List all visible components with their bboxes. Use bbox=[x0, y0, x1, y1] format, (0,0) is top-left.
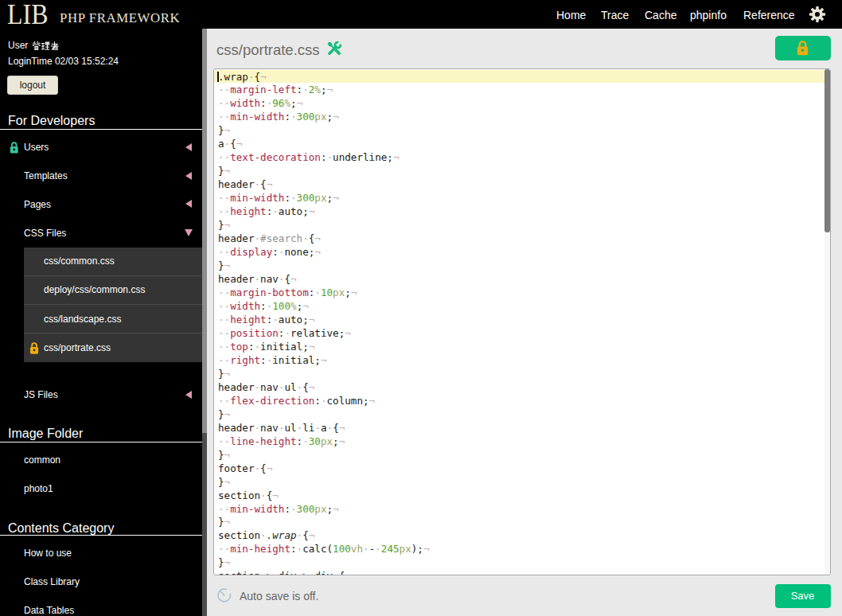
code-token: a bbox=[218, 138, 224, 150]
code-editor[interactable]: .wrap·{¬··margin-left:·2%;¬··width:·96%;… bbox=[213, 68, 831, 575]
code-token: ·· bbox=[218, 111, 230, 123]
code-line-9[interactable]: header·{¬ bbox=[214, 177, 824, 191]
code-line-6[interactable]: a·{¬ bbox=[214, 137, 824, 150]
sidebar-item-css-files[interactable]: CSS Files bbox=[0, 219, 203, 248]
sidebar-item-photo1[interactable]: photo1 bbox=[0, 474, 203, 503]
code-token: relative; bbox=[290, 327, 345, 339]
top-nav-cache[interactable]: Cache bbox=[645, 8, 676, 22]
code-line-23[interactable]: }¬ bbox=[214, 367, 824, 380]
code-line-34[interactable]: }¬ bbox=[214, 515, 824, 528]
submenu-item-css-landscape-css[interactable]: css/landscape.css bbox=[24, 305, 203, 333]
code-line-38[interactable]: section·>·div·>·div·{¬ bbox=[214, 569, 824, 575]
code-line-5[interactable]: }¬ bbox=[214, 123, 824, 137]
editor-scrollbar-thumb[interactable] bbox=[824, 69, 830, 232]
code-token: 100 bbox=[272, 300, 290, 312]
code-token: ; bbox=[327, 192, 333, 204]
submenu-item-css-portrate-css[interactable]: css/portrate.css bbox=[24, 333, 203, 362]
code-token: ¬ bbox=[224, 516, 231, 528]
code-token: · bbox=[290, 111, 297, 123]
code-line-28[interactable]: ··line-height:·30px;¬ bbox=[214, 435, 824, 448]
screwdriver-wrench-icon[interactable] bbox=[326, 41, 343, 57]
code-line-22[interactable]: ··right:·initial;¬ bbox=[214, 353, 824, 367]
code-token: ¬ bbox=[302, 300, 309, 312]
code-token: · bbox=[302, 435, 309, 447]
sidebar-item-js-files[interactable]: JS Files bbox=[0, 380, 203, 409]
top-nav-phpinfo[interactable]: phpinfo bbox=[690, 8, 727, 22]
sidebar-item-label: CSS Files bbox=[24, 228, 66, 239]
editor-scrollbar[interactable] bbox=[824, 69, 830, 575]
save-button[interactable]: Save bbox=[775, 584, 831, 608]
chevron-down-icon bbox=[185, 229, 193, 236]
code-token: ¬ bbox=[333, 503, 339, 515]
sidebar-item-common[interactable]: common bbox=[0, 446, 203, 474]
code-line-29[interactable]: }¬ bbox=[214, 448, 824, 462]
code-line-19[interactable]: ··height:·auto;¬ bbox=[214, 313, 824, 326]
code-line-35[interactable]: section·.wrap·{¬ bbox=[214, 528, 824, 542]
code-line-21[interactable]: ··top:·initial;¬ bbox=[214, 340, 824, 353]
code-line-4[interactable]: ··min-width:·300px;¬ bbox=[214, 110, 824, 123]
code-line-11[interactable]: ··height:·auto;¬ bbox=[214, 205, 824, 218]
code-token: ¬ bbox=[224, 165, 231, 177]
submenu-item-css-common-css[interactable]: css/common.css bbox=[24, 248, 203, 276]
code-line-14[interactable]: ··display:·none;¬ bbox=[214, 245, 824, 259]
code-token: div bbox=[279, 570, 297, 575]
code-line-2[interactable]: ··margin-left:·2%;¬ bbox=[214, 83, 824, 96]
code-line-33[interactable]: ··min-width:·300px;¬ bbox=[214, 502, 824, 516]
code-line-26[interactable]: }¬ bbox=[214, 407, 824, 421]
code-line-12[interactable]: }¬ bbox=[214, 218, 824, 232]
code-line-15[interactable]: }¬ bbox=[214, 259, 824, 272]
code-line-1[interactable]: .wrap·{¬ bbox=[214, 70, 824, 84]
top-nav-reference[interactable]: Reference bbox=[743, 8, 795, 22]
code-token: li bbox=[302, 422, 314, 434]
code-token: · bbox=[284, 327, 290, 339]
top-nav-home[interactable]: Home bbox=[556, 8, 586, 22]
code-line-31[interactable]: }¬ bbox=[214, 475, 824, 489]
sidebar-scrollbar-thumb[interactable] bbox=[202, 29, 207, 433]
lock-toggle-button[interactable] bbox=[775, 36, 831, 60]
code-line-30[interactable]: footer·{¬ bbox=[214, 462, 824, 475]
code-token: ¬ bbox=[224, 259, 231, 271]
sidebar-item-pages[interactable]: Pages bbox=[0, 190, 203, 219]
code-line-18[interactable]: ··width:·100%;¬ bbox=[214, 299, 824, 313]
code-line-8[interactable]: }¬ bbox=[214, 164, 824, 177]
sidebar-item-class-library[interactable]: Class Library bbox=[0, 567, 203, 596]
sidebar-item-label: How to use bbox=[24, 548, 72, 559]
submenu-item-deploy-css-common-css[interactable]: deploy/css/common.css bbox=[24, 276, 203, 305]
sidebar-item-users[interactable]: Users bbox=[0, 133, 203, 162]
code-line-24[interactable]: header·nav·ul·{¬ bbox=[214, 380, 824, 394]
sidebar-scrollbar[interactable] bbox=[202, 29, 207, 616]
code-token: ¬ bbox=[333, 192, 339, 204]
code-line-32[interactable]: section·{¬ bbox=[214, 489, 824, 502]
code-token: · bbox=[255, 422, 261, 434]
code-token: { bbox=[333, 422, 339, 434]
code-line-13[interactable]: header·#search·{¬ bbox=[214, 232, 824, 245]
code-line-17[interactable]: ··margin-bottom:·10px;¬ bbox=[214, 286, 824, 299]
code-line-7[interactable]: ··text-decoration:·underline;¬ bbox=[214, 150, 824, 164]
code-token: margin-bottom bbox=[230, 287, 309, 298]
code-token: · bbox=[255, 462, 261, 474]
code-token: ¬ bbox=[333, 111, 339, 123]
code-token: } bbox=[218, 124, 224, 136]
code-line-36[interactable]: ··min-height:·calc(100vh·-·245px);¬ bbox=[214, 542, 824, 556]
sidebar-item-data-tables[interactable]: Data Tables bbox=[0, 596, 203, 616]
code-line-37[interactable]: }¬ bbox=[214, 556, 824, 569]
code-line-25[interactable]: ··flex-direction:·column;¬ bbox=[214, 394, 824, 407]
code-token: none; bbox=[284, 246, 314, 258]
code-token: 100 bbox=[333, 543, 351, 555]
code-token: · bbox=[255, 232, 261, 244]
gear-icon[interactable] bbox=[809, 6, 826, 23]
code-line-10[interactable]: ··min-width:·300px;¬ bbox=[214, 191, 824, 205]
top-nav-trace[interactable]: Trace bbox=[601, 8, 629, 22]
sidebar-item-how-to-use[interactable]: How to use bbox=[0, 539, 203, 567]
logout-button[interactable]: logout bbox=[7, 76, 58, 95]
code-line-3[interactable]: ··width:·96%;¬ bbox=[214, 96, 824, 110]
code-token: · bbox=[333, 570, 339, 575]
code-line-27[interactable]: header·nav·ul·li·a·{¬ bbox=[214, 421, 824, 435]
sidebar-item-templates[interactable]: Templates bbox=[0, 162, 203, 190]
code-token: min-width bbox=[230, 192, 284, 204]
code-line-16[interactable]: header·nav·{¬ bbox=[214, 272, 824, 286]
code-token: · bbox=[363, 543, 369, 555]
code-line-20[interactable]: ··position:·relative;¬ bbox=[214, 326, 824, 340]
code-token: ¬ bbox=[309, 205, 315, 217]
code-token: ¬ bbox=[321, 354, 327, 366]
